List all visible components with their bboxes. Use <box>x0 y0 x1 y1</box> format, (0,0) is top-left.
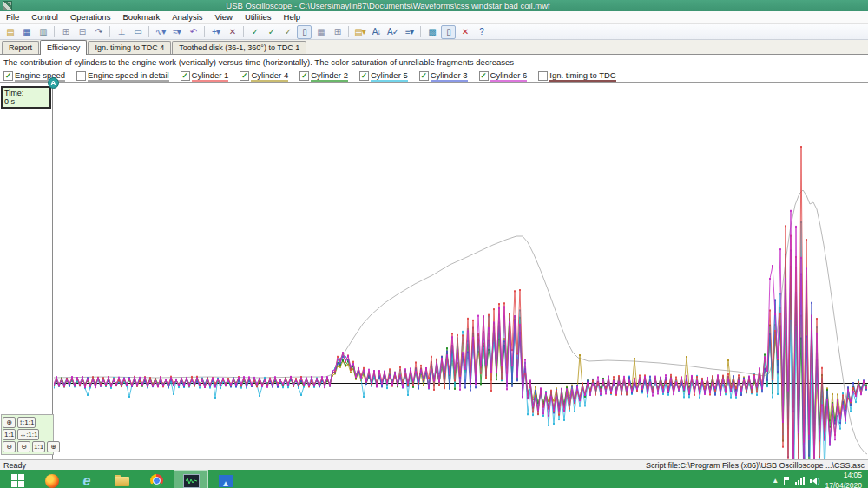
menu-utilities[interactable]: Utilities <box>239 11 278 23</box>
spectrum-menu-icon[interactable]: ≈▾ <box>169 25 184 39</box>
legend-cylinder-1[interactable]: ✓Cylinder 1 <box>181 70 229 82</box>
network-icon[interactable] <box>795 477 805 485</box>
volume-icon[interactable]: ) <box>810 478 819 485</box>
zoom-btn-1-1[interactable]: 1:1 <box>3 429 16 440</box>
taskbar-clock[interactable]: 14:05 17/04/2020 <box>825 471 862 488</box>
checkbox-cylinder-6[interactable]: ✓ <box>479 71 489 81</box>
menu-operations[interactable]: Operations <box>64 11 116 23</box>
waveform-canvas[interactable] <box>54 83 868 459</box>
delete-icon[interactable]: ✕ <box>457 25 472 39</box>
checkbox-ign-timing-to-tdc[interactable] <box>538 71 548 81</box>
menu-help[interactable]: Help <box>278 11 307 23</box>
checkbox-cylinder-3[interactable]: ✓ <box>419 71 429 81</box>
chart-image-icon[interactable]: ▩ <box>424 25 439 39</box>
menu-analysis[interactable]: Analysis <box>166 11 208 23</box>
menu-view[interactable]: View <box>209 11 239 23</box>
legend-label: Cylinder 5 <box>371 70 408 82</box>
grid-view-icon[interactable]: ▦ <box>313 25 328 39</box>
menu-file[interactable]: File <box>0 11 25 23</box>
load-script-menu-icon[interactable]: ▤▾ <box>352 25 367 39</box>
app-icon <box>3 1 12 10</box>
taskbar-photos[interactable]: ▲ <box>208 470 243 488</box>
zoom-btn-[interactable]: ⊖ <box>17 441 30 452</box>
zoom-btn-1-1[interactable]: ↕:1:1 <box>17 417 36 428</box>
checkbox-cylinder-4[interactable]: ✓ <box>240 71 249 81</box>
usb-oscilloscope-window: USB Oscilloscope - C:\Users\maylin87\Doc… <box>0 0 868 488</box>
menu-control[interactable]: Control <box>25 11 64 23</box>
menu-bookmark[interactable]: Bookmark <box>116 11 166 23</box>
help-icon[interactable]: ? <box>474 25 489 39</box>
left-panel: Time: 0 s ⊕↕:1:11:1↔:1:1⊖⊖1:1⊕ <box>0 83 53 459</box>
taskbar-internet-explorer[interactable]: e <box>69 470 104 488</box>
legend-bar: ✓Engine speedEngine speed in detail✓Cyli… <box>0 69 868 83</box>
open-file-icon[interactable]: ▤ <box>3 25 17 39</box>
status-script-file: Script file:C:\Program Files (x86)\USB O… <box>646 461 865 470</box>
menu-bar: FileControlOperationsBookmarkAnalysisVie… <box>0 11 868 24</box>
legend-cylinder-5[interactable]: ✓Cylinder 5 <box>359 70 408 82</box>
legend-label: Cylinder 4 <box>251 70 288 82</box>
tab-efficiency[interactable]: Efficiency <box>40 40 87 55</box>
bookmark-a-marker[interactable]: A <box>48 77 59 89</box>
import-icon[interactable]: ↷ <box>91 25 106 39</box>
legend-cylinder-6[interactable]: ✓Cylinder 6 <box>479 70 528 82</box>
text-down-icon[interactable]: A↓ <box>369 25 384 39</box>
export-image-icon[interactable]: ⊞ <box>58 25 73 39</box>
accept-all-icon[interactable]: ✓ <box>264 25 279 39</box>
taskbar-chrome[interactable] <box>139 470 174 488</box>
checkbox-cylinder-5[interactable]: ✓ <box>359 71 369 81</box>
text-check-icon[interactable]: A✓ <box>385 25 400 39</box>
report-page-icon[interactable]: ▯ <box>441 25 456 39</box>
checkbox-cylinder-2[interactable]: ✓ <box>299 71 309 81</box>
windows-logo-icon <box>11 474 24 487</box>
bookmark-marker-icon[interactable]: ▭ <box>130 25 145 39</box>
tab-report[interactable]: Report <box>2 41 39 54</box>
checkbox-engine-speed[interactable]: ✓ <box>3 71 13 81</box>
zoom-btn-[interactable]: ⊖ <box>3 441 16 452</box>
undo-icon[interactable]: ↶ <box>186 25 201 39</box>
tab-bar: ReportEfficiencyIgn. timing to TDC 4Toot… <box>0 40 868 55</box>
copy-grid-icon[interactable]: ⊞ <box>330 25 345 39</box>
signal-menu-icon[interactable]: ∿▾ <box>153 25 168 39</box>
print-icon[interactable]: ▥ <box>36 25 50 39</box>
legend-label: Cylinder 2 <box>311 70 348 82</box>
legend-label: Cylinder 6 <box>490 70 528 82</box>
measure-menu-icon[interactable]: +▾ <box>208 25 223 39</box>
zoom-btn-[interactable]: ⊕ <box>3 417 16 428</box>
status-ready: Ready <box>3 461 26 470</box>
page-view-icon[interactable]: ▯ <box>297 25 312 39</box>
legend-cylinder-2[interactable]: ✓Cylinder 2 <box>299 70 348 82</box>
zoom-btn-1-1[interactable]: 1:1 <box>32 441 45 452</box>
zoom-controls: ⊕↕:1:11:1↔:1:1⊖⊖1:1⊕ <box>1 414 54 455</box>
probe-setup-icon[interactable]: ⊥ <box>114 25 128 39</box>
delete-measure-icon[interactable]: ✕ <box>225 25 240 39</box>
toolbar-separator <box>348 26 349 37</box>
firefox-icon <box>45 474 59 488</box>
hidden-icons-arrow[interactable]: ▲ <box>772 477 779 485</box>
legend-ign-timing-to-tdc[interactable]: Ign. timing to TDC <box>538 70 615 82</box>
legend-cylinder-3[interactable]: ✓Cylinder 3 <box>419 70 468 82</box>
action-center-flag-icon[interactable] <box>784 477 790 485</box>
accept-next-icon[interactable]: ✓ <box>280 25 295 39</box>
taskbar-usb-oscilloscope[interactable] <box>174 470 208 488</box>
save-file-icon[interactable]: ▦ <box>19 25 34 39</box>
start-button[interactable] <box>0 470 35 488</box>
copy-image-icon[interactable]: ⊟ <box>75 25 89 39</box>
tab-ign-timing-to-tdc-4[interactable]: Ign. timing to TDC 4 <box>88 41 171 54</box>
zoom-row-2: ⊖⊖1:1⊕ <box>3 441 52 452</box>
report-menu-icon[interactable]: ≡▾ <box>402 25 417 39</box>
accept-icon[interactable]: ✓ <box>247 25 262 39</box>
taskbar-file-explorer[interactable] <box>104 470 139 488</box>
chart-area[interactable]: A <box>54 83 868 459</box>
zoom-btn-1-1[interactable]: ↔:1:1 <box>17 429 39 440</box>
legend-engine-speed-in-detail[interactable]: Engine speed in detail <box>76 70 169 82</box>
main-area: Time: 0 s ⊕↕:1:11:1↔:1:1⊖⊖1:1⊕ A <box>0 83 868 459</box>
checkbox-engine-speed-in-detail[interactable] <box>76 71 86 81</box>
zoom-row-0: ⊕↕:1:1 <box>3 417 52 428</box>
taskbar-firefox[interactable] <box>35 470 69 488</box>
window-title: USB Oscilloscope - C:\Users\maylin87\Doc… <box>12 0 764 11</box>
tab-toothed-disk-36-1-360-to-tdc-1[interactable]: Toothed disk (36-1, 360°) to TDC 1 <box>172 41 306 54</box>
title-bar[interactable]: USB Oscilloscope - C:\Users\maylin87\Doc… <box>0 0 868 11</box>
checkbox-cylinder-1[interactable]: ✓ <box>181 71 190 81</box>
clock-time: 14:05 <box>825 471 862 480</box>
legend-cylinder-4[interactable]: ✓Cylinder 4 <box>240 70 288 82</box>
